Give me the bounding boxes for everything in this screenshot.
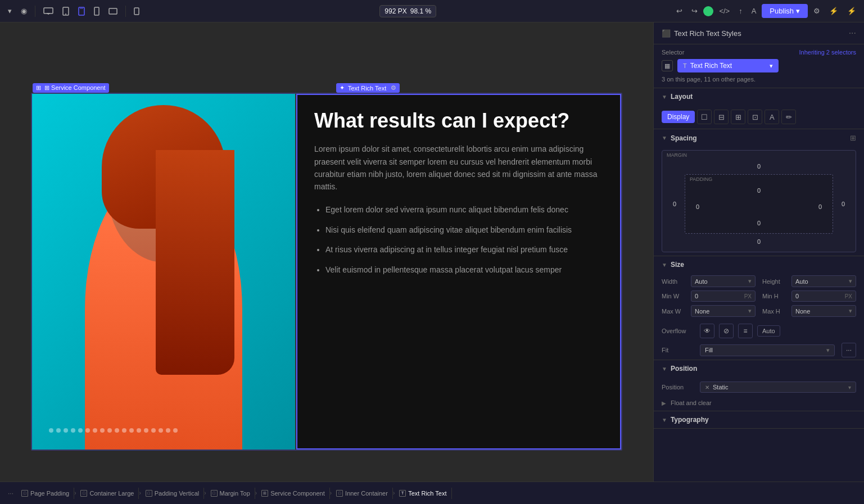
settings-btn[interactable]: ⚙ [810,4,824,17]
canvas-text-panel: What results can I expect? Lorem ipsum d… [296,94,621,449]
height-value[interactable]: Auto ▾ [791,275,856,287]
overflow-hidden-btn[interactable]: ⊘ [719,324,734,338]
svg-rect-8 [109,8,117,14]
text-rich-text-label[interactable]: ✦ Text Rich Text ⚙ [336,83,400,93]
width-value[interactable]: Auto ▾ [691,275,756,287]
integrations-btn[interactable]: ⚡ [844,4,860,17]
size-section-header[interactable]: ▼ Size [654,256,864,273]
margin-right-num[interactable]: 0 [842,201,845,207]
breadcrumb-item-text-rich-text[interactable]: T Text Rich Text [395,488,451,499]
position-collapse-icon: ▼ [662,366,667,372]
layout-fit-icon[interactable]: ⊡ [748,110,762,124]
box-icon: □ [146,490,152,497]
position-section: ▼ Position Position ✕ Static ▾ ▶ Float a… [654,360,864,411]
margin-label: MARGIN [667,152,687,158]
position-section-header[interactable]: ▼ Position [654,360,864,377]
canvas-area[interactable]: ⊞ ⊞ Service Component ✦ Text Rich Text ⚙ [0,22,653,482]
padding-top-num[interactable]: 0 [757,187,761,194]
device-landscape[interactable] [105,6,121,17]
breadcrumb-item-inner-container[interactable]: □ Inner Container [332,488,393,499]
overflow-scroll-btn[interactable]: ≡ [738,324,753,338]
undo-btn[interactable]: ↩ [673,4,686,17]
overflow-auto-btn[interactable]: Auto [757,325,780,337]
code-btn[interactable]: </> [716,4,733,17]
layout-text-icon[interactable]: A [765,110,779,124]
display-button[interactable]: Display [662,111,695,123]
layout-grid-icon[interactable]: ⊞ [731,110,745,124]
margin-left-num[interactable]: 0 [673,201,676,207]
padding-right-num[interactable]: 0 [818,203,822,210]
breadcrumb-overflow[interactable]: ··· [4,489,17,497]
position-label: Position [662,384,695,391]
float-label: Float and clear [671,399,712,406]
padding-grid: 0 0 0 0 [687,183,830,231]
position-row: Position ✕ Static ▾ [654,377,864,397]
spacing-box-wrapper: MARGIN 0 0 PADDING [654,147,864,256]
svg-rect-0 [44,8,53,13]
typography-section-header[interactable]: ▼ Typography [654,411,864,428]
service-component-label[interactable]: ⊞ ⊞ Service Component [33,83,109,93]
device-mini[interactable] [130,5,143,17]
panel-menu-btn[interactable]: ··· [849,28,856,38]
selector-dropdown[interactable]: T Text Rich Text ▾ [677,59,779,72]
canvas-image-panel [32,94,296,449]
breadcrumb: ··· □ Page Padding › □ Container Large ›… [0,482,864,504]
box-icon: □ [21,490,28,497]
main-toolbar: ▾ ◉ 992 PX 98.1 % ↩ ↪ </> ↑ A Publish ▾ … [0,0,864,22]
box-icon: □ [336,490,343,497]
theme-btn[interactable]: ⚡ [826,4,842,17]
history-btn[interactable]: ▾ [4,4,15,17]
min-h-value[interactable]: 0 [795,293,799,299]
breadcrumb-item-page-padding[interactable]: □ Page Padding [17,488,74,499]
size-section-title: Size [671,261,856,269]
device-desktop[interactable] [40,5,57,17]
publish-button[interactable]: Publish ▾ [762,4,808,18]
layout-custom-icon[interactable]: ✏ [781,110,796,124]
status-icon [703,6,713,16]
list-item: Nisi quis eleifend quam adipiscing vitae… [325,224,603,237]
svg-rect-7 [94,7,99,15]
spacing-collapse-icon: ▼ [662,135,667,141]
preview-btn[interactable]: ◉ [17,4,30,17]
spacing-section-header[interactable]: ▼ Spacing ⊞ [654,129,864,147]
layout-flex-icon[interactable]: ⊟ [714,110,729,124]
fit-row: Fit Fill ▾ ··· [654,340,864,360]
max-w-value[interactable]: None ▾ [691,305,756,317]
max-h-value[interactable]: None ▾ [791,305,856,317]
margin-box: MARGIN 0 0 PADDING [662,150,856,252]
breadcrumb-item-container-large[interactable]: □ Container Large [76,488,139,499]
right-panel: ⬛ Text Rich Text Styles ··· Selector Inh… [653,22,864,482]
padding-left-num[interactable]: 0 [696,203,699,210]
overflow-visible-btn[interactable]: 👁 [700,324,714,338]
min-w-value[interactable]: 0 [695,293,698,299]
breadcrumb-item-service-component[interactable]: ⊞ Service Component [257,488,330,499]
redo-btn[interactable]: ↪ [688,4,701,17]
breadcrumb-item-margin-top[interactable]: □ Margin Top [206,488,255,499]
margin-center: PADDING 0 0 0 0 [685,174,833,234]
padding-box: PADDING 0 0 0 0 [685,174,833,234]
device-mobile[interactable] [91,4,103,18]
selector-page-info: 3 on this page, 11 on other pages. [662,76,756,83]
layout-block-icon[interactable]: ☐ [697,110,712,124]
min-w-unit: PX [744,293,752,299]
padding-bottom-num[interactable]: 0 [757,220,761,226]
spacing-expand-btn[interactable]: ⊞ [850,134,856,142]
layout-section-header[interactable]: ▼ Layout [654,88,864,105]
fit-select[interactable]: Fill ▾ [700,344,835,356]
margin-top-num[interactable]: 0 [757,163,761,170]
position-value-display[interactable]: ✕ Static ▾ [700,382,856,393]
fonts-btn[interactable]: A [748,4,760,17]
device-tablet[interactable] [59,4,73,18]
layout-section-title: Layout [671,93,856,101]
float-row[interactable]: ▶ Float and clear [654,397,864,411]
export-btn[interactable]: ↑ [735,4,746,17]
margin-top-value: 0 [685,158,833,174]
margin-bottom-num[interactable]: 0 [757,238,761,245]
fit-more-btn[interactable]: ··· [842,343,856,357]
canvas-list: Eget lorem dolor sed viverra ipsum nunc … [314,203,603,277]
inheriting-link[interactable]: Inheriting 2 selectors [799,49,857,56]
selector-dropdown-label: Text Rich Text [690,62,766,70]
device-featured[interactable] [75,4,88,18]
breadcrumb-item-padding-vertical[interactable]: □ Padding Vertical [141,488,205,499]
layout-controls: Display ☐ ⊟ ⊞ ⊡ A ✏ [654,105,864,129]
